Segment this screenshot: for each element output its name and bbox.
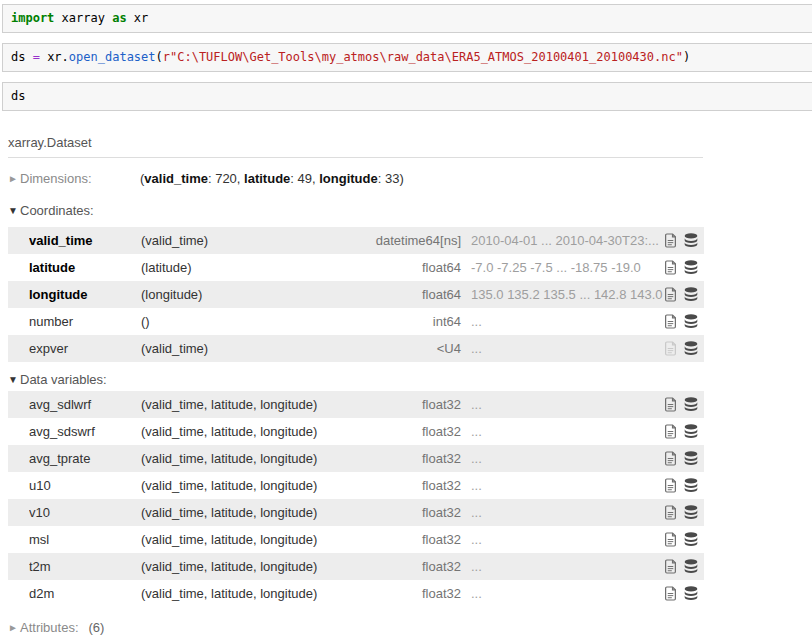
section-attributes: ►Attributes:(6) — [8, 620, 812, 635]
file-text-icon[interactable] — [664, 233, 677, 248]
file-text-icon[interactable] — [664, 505, 677, 520]
code-cell-ds[interactable]: ds — [2, 82, 812, 111]
variable-dims: (valid_time) — [141, 233, 341, 248]
variable-dtype: <U4 — [341, 341, 461, 356]
variable-dtype: float32 — [341, 586, 461, 601]
file-text-icon[interactable] — [664, 314, 677, 329]
file-text-icon[interactable] — [664, 341, 677, 356]
data-variables-label: Data variables: — [20, 372, 107, 387]
variable-actions — [664, 424, 705, 439]
variable-actions — [664, 532, 705, 547]
section-coordinates: ▼Coordinates: valid_time(valid_time)date… — [8, 203, 812, 362]
database-icon[interactable] — [683, 505, 699, 520]
variable-row: v10(valid_time, latitude, longitude)floa… — [8, 499, 704, 526]
variable-dims: (valid_time, latitude, longitude) — [141, 397, 341, 412]
variable-name[interactable]: expver — [29, 341, 141, 356]
database-icon[interactable] — [683, 532, 699, 547]
attributes-label: Attributes: — [20, 620, 79, 635]
variable-dims: (valid_time, latitude, longitude) — [141, 532, 341, 547]
variable-name[interactable]: u10 — [29, 478, 141, 493]
file-text-icon[interactable] — [664, 478, 677, 493]
variable-row: avg_sdlwrf(valid_time, latitude, longitu… — [8, 391, 704, 418]
variable-preview: ... — [461, 424, 664, 439]
variable-dims: (longitude) — [141, 287, 341, 302]
code-token: open_dataset — [69, 50, 156, 64]
variable-preview: ... — [461, 341, 664, 356]
file-text-icon[interactable] — [664, 532, 677, 547]
file-text-icon[interactable] — [664, 287, 677, 302]
data-variables-toggle[interactable]: ▼Data variables: — [8, 372, 812, 387]
section-data-variables: ▼Data variables: avg_sdlwrf(valid_time, … — [8, 372, 812, 607]
variable-name[interactable]: d2m — [29, 586, 141, 601]
database-icon[interactable] — [683, 260, 699, 275]
variable-dims: (latitude) — [141, 260, 341, 275]
variable-row: valid_time(valid_time)datetime64[ns]2010… — [8, 227, 704, 254]
variable-dtype: datetime64[ns] — [341, 233, 461, 248]
code-token: xarray — [54, 11, 112, 25]
variable-name[interactable]: t2m — [29, 559, 141, 574]
database-icon[interactable] — [683, 233, 699, 248]
variable-dtype: float64 — [341, 287, 461, 302]
variable-actions — [664, 287, 705, 302]
coordinates-toggle[interactable]: ▼Coordinates: — [8, 203, 812, 218]
variable-actions — [664, 586, 705, 601]
variable-actions — [664, 233, 705, 248]
variable-actions — [664, 314, 705, 329]
variable-name[interactable]: avg_sdlwrf — [29, 397, 141, 412]
database-icon[interactable] — [683, 478, 699, 493]
variable-name[interactable]: avg_tprate — [29, 451, 141, 466]
file-text-icon[interactable] — [664, 424, 677, 439]
variable-actions — [664, 478, 705, 493]
attributes-count: (6) — [79, 620, 105, 635]
variable-dtype: float32 — [341, 397, 461, 412]
variable-dtype: float32 — [341, 424, 461, 439]
variable-dims: (valid_time, latitude, longitude) — [141, 559, 341, 574]
variable-preview: ... — [461, 451, 664, 466]
code-token: ) — [683, 50, 690, 64]
file-text-icon[interactable] — [664, 260, 677, 275]
file-text-icon[interactable] — [664, 451, 677, 466]
database-icon[interactable] — [683, 397, 699, 412]
dimension-name: latitude — [244, 171, 290, 186]
attributes-toggle[interactable]: ►Attributes:(6) — [8, 620, 104, 635]
database-icon[interactable] — [683, 341, 699, 356]
variable-row: d2m(valid_time, latitude, longitude)floa… — [8, 580, 704, 607]
code-cell-open-dataset[interactable]: ds = xr.open_dataset(r"C:\TUFLOW\Get_Too… — [2, 43, 812, 72]
variable-dims: (valid_time, latitude, longitude) — [141, 478, 341, 493]
variable-name[interactable]: avg_sdswrf — [29, 424, 141, 439]
dataset-type-label: xarray.Dataset — [8, 135, 812, 150]
database-icon[interactable] — [683, 559, 699, 574]
variable-name[interactable]: longitude — [29, 287, 141, 302]
code-token: ( — [156, 50, 163, 64]
variable-preview: ... — [461, 586, 664, 601]
variable-name[interactable]: valid_time — [29, 233, 141, 248]
variable-actions — [664, 260, 705, 275]
variable-preview: ... — [461, 478, 664, 493]
variable-name[interactable]: msl — [29, 532, 141, 547]
variable-preview: 2010-04-01 ... 2010-04-30T23:... — [461, 233, 664, 248]
variable-preview: ... — [461, 559, 664, 574]
variable-preview: ... — [461, 314, 664, 329]
database-icon[interactable] — [683, 314, 699, 329]
variable-name[interactable]: number — [29, 314, 141, 329]
dimension-name: valid_time — [144, 171, 208, 186]
variable-row: avg_sdswrf(valid_time, latitude, longitu… — [8, 418, 704, 445]
variable-dims: (valid_time, latitude, longitude) — [141, 586, 341, 601]
database-icon[interactable] — [683, 287, 699, 302]
variable-name[interactable]: latitude — [29, 260, 141, 275]
file-text-icon[interactable] — [664, 586, 677, 601]
variable-dtype: float32 — [341, 505, 461, 520]
variable-row: longitude(longitude)float64135.0 135.2 1… — [8, 281, 704, 308]
variable-preview: ... — [461, 505, 664, 520]
database-icon[interactable] — [683, 424, 699, 439]
variable-actions — [664, 341, 705, 356]
code-cell-import[interactable]: import xarray as xr — [2, 4, 812, 33]
database-icon[interactable] — [683, 586, 699, 601]
database-icon[interactable] — [683, 451, 699, 466]
file-text-icon[interactable] — [664, 559, 677, 574]
variable-row: u10(valid_time, latitude, longitude)floa… — [8, 472, 704, 499]
variable-name[interactable]: v10 — [29, 505, 141, 520]
notebook: import xarray as xr ds = xr.open_dataset… — [0, 4, 812, 635]
file-text-icon[interactable] — [664, 397, 677, 412]
dimensions-toggle[interactable]: ►Dimensions: — [8, 171, 140, 186]
